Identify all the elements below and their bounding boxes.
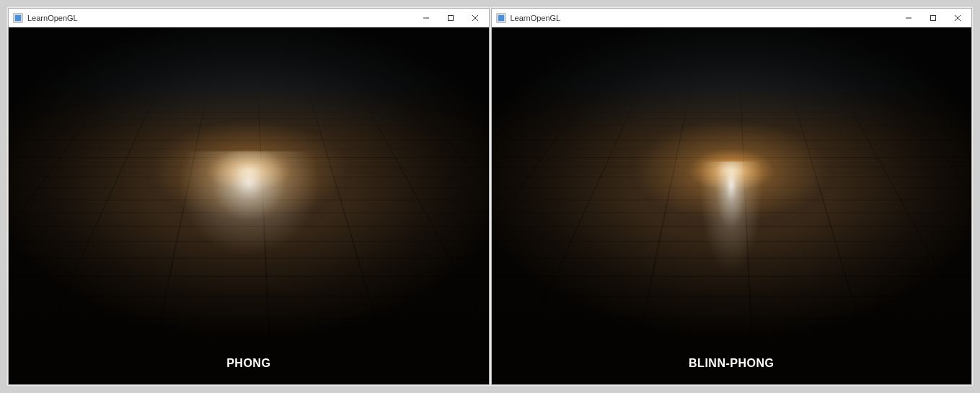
maximize-button[interactable] [438,9,463,27]
svg-rect-3 [448,15,453,20]
window-controls [414,9,487,27]
maximize-button[interactable] [921,9,945,27]
minimize-icon [423,14,430,22]
window-title: LearnOpenGL [511,14,897,22]
scene [492,27,972,384]
maximize-icon [930,14,937,22]
render-viewport-blinn[interactable]: BLINN-PHONG [492,27,972,384]
minimize-icon [905,14,912,22]
window-phong: LearnOpenGL PHO [8,8,490,385]
close-button[interactable] [945,9,970,27]
svg-rect-9 [931,15,936,20]
app-icon [496,13,506,23]
comparison-container: LearnOpenGL PHO [6,6,974,387]
svg-rect-1 [15,14,22,21]
maximize-icon [447,14,454,22]
minimize-button[interactable] [414,9,438,27]
titlebar: LearnOpenGL [9,9,489,27]
titlebar: LearnOpenGL [492,9,972,27]
wood-floor [492,84,972,384]
window-controls [896,9,970,27]
window-title: LearnOpenGL [27,14,414,22]
minimize-button[interactable] [896,9,921,27]
scene [9,27,489,384]
close-icon [472,14,479,22]
window-blinn-phong: LearnOpenGL BLI [491,8,973,385]
wood-floor [9,84,489,384]
background-sky [9,27,489,92]
close-icon [954,14,961,22]
shading-model-label: BLINN-PHONG [689,357,774,370]
background-sky [492,27,972,92]
shading-model-label: PHONG [226,357,270,370]
render-viewport-phong[interactable]: PHONG [9,27,489,384]
app-icon [13,13,23,23]
svg-rect-7 [498,14,504,21]
close-button[interactable] [463,9,487,27]
